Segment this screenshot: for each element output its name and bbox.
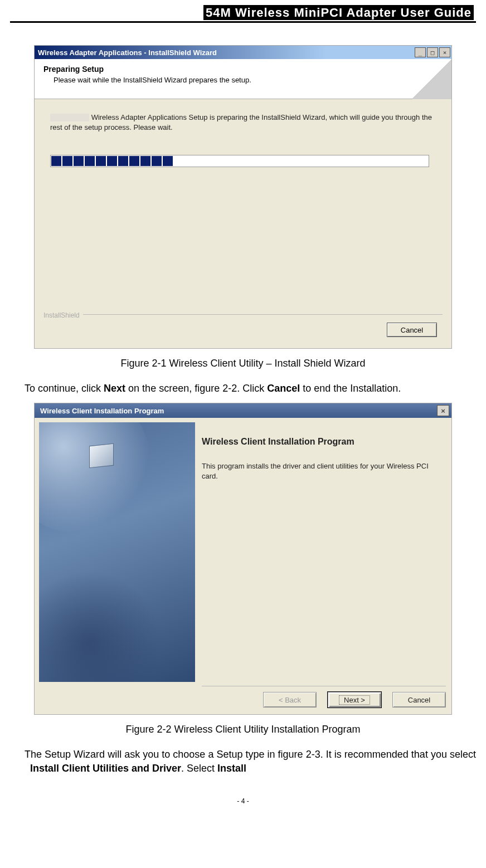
fig2-panel-title: Wireless Client Installation Program xyxy=(202,437,446,447)
fig1-titlebar: Wireless Adapter Applications - InstallS… xyxy=(35,46,451,59)
progress-segment xyxy=(152,156,162,166)
close-button[interactable]: × xyxy=(437,405,449,416)
fig2-left-graphic xyxy=(39,422,195,682)
step-3-bold-cancel: Cancel xyxy=(267,383,300,394)
figure-2-2-caption: Figure 2-2 Wireless Client Utility Insta… xyxy=(10,724,476,735)
step-4-bold-a: Install Client Utilities and Driver xyxy=(30,763,181,774)
step-3-bold-next: Next xyxy=(104,383,125,394)
step-4-number: 4. xyxy=(10,748,25,761)
cancel-button[interactable]: Cancel xyxy=(387,323,437,337)
next-button[interactable]: Next > xyxy=(328,692,381,708)
progress-segment xyxy=(74,156,84,166)
fig2-window-title: Wireless Client Installation Program xyxy=(40,407,164,415)
step-3-text-c: to end the Installation. xyxy=(300,383,401,394)
progress-segment xyxy=(96,156,106,166)
step-3-number: 3. xyxy=(10,382,25,395)
installshield-brand: InstallShield xyxy=(43,311,83,319)
progress-segment xyxy=(62,156,72,166)
fig1-desc-text: Wireless Adapter Applications Setup is p… xyxy=(50,113,432,131)
step-4-text-b: . Select xyxy=(181,763,217,774)
close-button[interactable]: × xyxy=(439,47,450,57)
figure-2-1: Wireless Adapter Applications - InstallS… xyxy=(34,45,452,349)
fig1-head-title: Preparing Setup xyxy=(43,65,443,74)
minimize-button[interactable]: _ xyxy=(415,47,426,57)
fig2-content: Wireless Client Installation Program Thi… xyxy=(35,418,451,714)
box-icon xyxy=(89,443,114,469)
figure-2-2: Wireless Client Installation Program × W… xyxy=(34,403,452,715)
progress-segment xyxy=(51,156,61,166)
doc-header-title: 54M Wireless MiniPCI Adapter User Guide xyxy=(203,5,474,20)
step-3: 3.To continue, click Next on the screen,… xyxy=(10,382,476,395)
progress-segment xyxy=(163,156,173,166)
progress-segment xyxy=(85,156,95,166)
progress-segment xyxy=(140,156,150,166)
redacted-block xyxy=(50,114,89,121)
step-3-text-b: on the screen, figure 2-2. Click xyxy=(125,383,267,394)
progress-bar xyxy=(50,155,429,167)
page-curl-decoration xyxy=(412,59,451,99)
progress-segment xyxy=(118,156,128,166)
cancel-button[interactable]: Cancel xyxy=(392,692,446,708)
doc-header: 54M Wireless MiniPCI Adapter User Guide xyxy=(10,6,476,23)
next-button-label: Next > xyxy=(339,695,370,705)
step-4: 4.The Setup Wizard will ask you to choos… xyxy=(10,748,476,775)
step-3-text-a: To continue, click xyxy=(25,383,104,394)
window-controls: _ □ × xyxy=(415,47,451,57)
progress-segment xyxy=(129,156,139,166)
fig1-head-sub: Please wait while the InstallShield Wiza… xyxy=(54,76,443,84)
step-4-text-a: The Setup Wizard will ask you to choose … xyxy=(25,749,476,760)
fig1-desc: Wireless Adapter Applications Setup is p… xyxy=(50,113,436,133)
fig2-button-row: < Back Next > Cancel xyxy=(202,686,446,708)
fig2-right-panel: Wireless Client Installation Program Thi… xyxy=(202,426,446,682)
page-number: - 4 - xyxy=(10,797,476,805)
progress-segment xyxy=(107,156,117,166)
fig2-titlebar: Wireless Client Installation Program × xyxy=(35,403,451,418)
step-4-bold-b: Install xyxy=(217,763,246,774)
fig1-body: Wireless Adapter Applications Setup is p… xyxy=(35,99,451,181)
fig1-head-panel: Preparing Setup Please wait while the In… xyxy=(35,59,451,99)
separator xyxy=(43,314,443,315)
figure-2-1-caption: Figure 2-1 Wireless Client Utility – Ins… xyxy=(10,358,476,369)
fig2-panel-desc: This program installs the driver and cli… xyxy=(202,461,446,481)
maximize-button[interactable]: □ xyxy=(427,47,438,57)
fig1-window-title: Wireless Adapter Applications - InstallS… xyxy=(38,48,217,57)
back-button: < Back xyxy=(263,692,317,708)
